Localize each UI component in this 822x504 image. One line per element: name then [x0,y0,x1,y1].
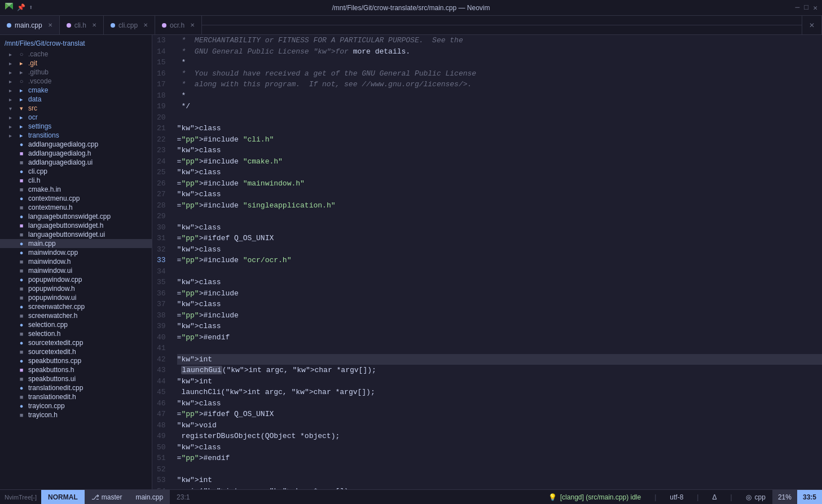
file-type-icon: ▸ [17,60,26,67]
tree-item-label: mainwindow.h [26,258,152,266]
tree-item-contextmenu-h[interactable]: ■contextmenu.h [0,203,152,212]
tree-item-languagebuttonswidget-h[interactable]: ■languagebuttonswidget.h [0,221,152,230]
tree-item-mainwindow-ui[interactable]: ■mainwindow.ui [0,266,152,275]
tab-cli-h[interactable]: cli.h ✕ [60,16,104,34]
tree-item-label: sourcetextedit.cpp [26,339,152,347]
tree-item-sourcetextedit-h[interactable]: ■sourcetextedit.h [0,347,152,356]
tree-item--vscode[interactable]: ▸○.vscode [0,77,152,86]
file-type-icon: ▸ [17,132,26,139]
tree-item-label: popupwindow.ui [26,294,152,302]
tree-item-cmake[interactable]: ▸▸cmake [0,86,152,95]
tree-item-speakbuttons-ui[interactable]: ■speakbuttons.ui [0,374,152,383]
file-type-icon: ● [17,303,26,310]
tree-item-label: .git [26,59,152,67]
tree-item-label: contextmenu.h [26,204,152,211]
tree-item-languagebuttonswidget-ui[interactable]: ■languagebuttonswidget.ui [0,230,152,239]
pin-icon[interactable]: 📌 [17,3,25,12]
tree-item-selection-cpp[interactable]: ●selection.cpp [0,320,152,329]
tree-item-trayicon-cpp[interactable]: ●trayicon.cpp [0,401,152,410]
tree-arrow-icon: ▸ [9,123,17,130]
minimize-button[interactable]: ─ [795,3,800,12]
tree-arrow-icon: ▸ [9,96,17,103]
tree-item-contextmenu-cpp[interactable]: ●contextmenu.cpp [0,194,152,203]
tab-close-icon[interactable]: ✕ [143,22,148,28]
nvimtree-label: NvimTree[-] [0,494,41,501]
tree-item-screenwatcher-h[interactable]: ■screenwatcher.h [0,311,152,320]
tree-item-speakbuttons-h[interactable]: ■speakbuttons.h [0,365,152,374]
tree-item-data[interactable]: ▸▸data [0,95,152,104]
file-type-icon: ▸ [17,96,26,103]
file-type-icon: ■ [17,348,26,355]
tree-arrow-icon: ▸ [9,69,17,76]
tab-close-icon[interactable]: ✕ [48,22,52,28]
close-button[interactable]: ✕ [813,3,817,12]
tree-item-selection-h[interactable]: ■selection.h [0,329,152,338]
file-type-icon: ● [17,276,26,283]
tab-main-cpp[interactable]: main.cpp ✕ [0,16,60,34]
tree-item-label: selection.h [26,330,152,338]
tree-item-addlanguagedialog-cpp[interactable]: ●addlanguagedialog.cpp [0,140,152,149]
file-type-icon: ■ [17,231,26,238]
tab-ocr-h[interactable]: ocr.h ✕ [155,16,202,34]
tree-item-cmake-h-in[interactable]: ■cmake.h.in [0,185,152,194]
tree-item--git[interactable]: ▸▸.git [0,59,152,68]
tree-item-label: trayicon.cpp [26,402,152,410]
tree-item-mainwindow-h[interactable]: ■mainwindow.h [0,257,152,266]
tree-item-label: addlanguagedialog.h [26,149,152,157]
tree-item-transitions[interactable]: ▸▸transitions [0,131,152,140]
window-controls[interactable]: ─ □ ✕ [795,3,817,12]
status-divider2: | [690,490,705,504]
tree-item-label: translationedit.cpp [26,384,152,392]
file-type-icon: ■ [17,375,26,382]
tree-item-translationedit-cpp[interactable]: ●translationedit.cpp [0,383,152,392]
maximize-button[interactable]: □ [804,3,808,12]
tree-item-popupwindow-h[interactable]: ■popupwindow.h [0,284,152,293]
tree-item-popupwindow-ui[interactable]: ■popupwindow.ui [0,293,152,302]
tree-item-languagebuttonswidget-cpp[interactable]: ●languagebuttonswidget.cpp [0,212,152,221]
titlebar-left: 📌 ⬆ [5,2,33,14]
tree-item-addlanguagedialog-h[interactable]: ■addlanguagedialog.h [0,149,152,158]
tree-item-cli-h[interactable]: ■cli.h [0,176,152,185]
tab-close-all[interactable]: ✕ [802,16,822,34]
tree-arrow-icon: ▸ [9,60,17,67]
tab-close-icon[interactable]: ✕ [92,22,96,28]
file-type-icon: ▾ [17,105,26,112]
tree-item-settings[interactable]: ▸▸settings [0,122,152,131]
tab-close-icon[interactable]: ✕ [190,22,195,28]
tree-item-popupwindow-cpp[interactable]: ●popupwindow.cpp [0,275,152,284]
tree-item-label: addlanguagedialog.ui [26,158,152,166]
file-type-icon: ● [17,168,26,175]
tree-item-mainwindow-cpp[interactable]: ●mainwindow.cpp [0,248,152,257]
tree-item-label: speakbuttons.ui [26,375,152,383]
file-type-icon: ▸ [17,69,26,76]
tree-item-translationedit-h[interactable]: ■translationedit.h [0,392,152,401]
tree-item-trayicon-h[interactable]: ■trayicon.h [0,410,152,419]
tree-item-label: speakbuttons.h [26,366,152,374]
file-type-icon: ● [17,195,26,202]
close-all-icon: ✕ [809,21,815,29]
tree-item-speakbuttons-cpp[interactable]: ●speakbuttons.cpp [0,356,152,365]
tree-item-label: languagebuttonswidget.cpp [26,213,152,220]
tree-item-screenwatcher-cpp[interactable]: ●screenwatcher.cpp [0,302,152,311]
tree-item-sourcetextedit-cpp[interactable]: ●sourcetextedit.cpp [0,338,152,347]
tree-item-ocr[interactable]: ▸▸ocr [0,113,152,122]
tree-item-label: .github [26,68,152,76]
tree-item-label: src [26,104,152,112]
tree-item--github[interactable]: ▸▸.github [0,68,152,77]
code-editor[interactable]: 1314151617181920212223242526272829303132… [152,35,822,489]
file-tree[interactable]: /mnt/Files/Git/crow-translat ▸○.cache▸▸.… [0,35,152,489]
tree-item-label: trayicon.h [26,411,152,419]
tree-item-main-cpp[interactable]: ●main.cpp [0,239,152,248]
tree-item-src[interactable]: ▾▾src [0,104,152,113]
maximize-icon[interactable]: ⬆ [29,3,33,12]
status-filename: main.cpp [129,490,170,504]
tree-item-cli-cpp[interactable]: ●cli.cpp [0,167,152,176]
file-type-icon: ● [17,384,26,391]
tree-item-label: mainwindow.cpp [26,249,152,257]
tree-item--cache[interactable]: ▸○.cache [0,50,152,59]
tab-dot [162,23,166,28]
file-type-icon: ■ [17,412,26,418]
tab-cli-cpp[interactable]: cli.cpp ✕ [104,16,155,34]
tree-item-addlanguagedialog-ui[interactable]: ■addlanguagedialog.ui [0,158,152,167]
branch-name: master [102,493,122,501]
